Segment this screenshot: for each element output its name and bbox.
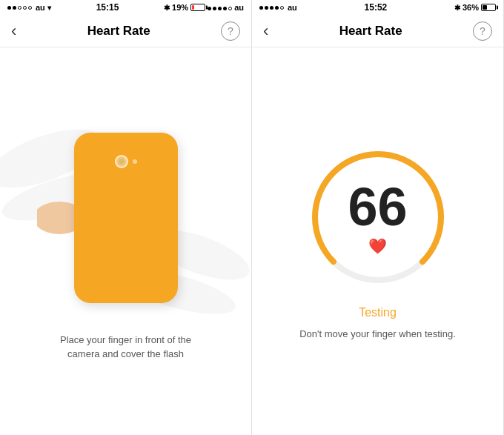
wifi-icon: ▾ xyxy=(47,4,51,12)
signal-dots xyxy=(7,6,32,10)
battery-right xyxy=(481,4,496,11)
dot4 xyxy=(23,6,27,10)
help-button-left[interactable]: ? xyxy=(221,21,240,41)
nav-bar-right: ‹ Heart Rate ? xyxy=(252,15,503,47)
hr-center-content: 66 ❤️‍ xyxy=(348,180,407,255)
battery-fill-left xyxy=(192,5,194,10)
dont-move-text: Don't move your finger when testing. xyxy=(299,328,456,339)
back-button-right[interactable]: ‹ xyxy=(263,23,268,39)
battery-fill-right xyxy=(483,5,487,10)
battery-percent-right: 36% xyxy=(462,3,479,12)
flash-dot xyxy=(133,159,137,164)
dot1 xyxy=(7,6,11,10)
screen-right: au 15:52 ✱ 36% ‹ Heart Rate ? xyxy=(252,0,504,435)
status-bar-right-right: ✱ 36% xyxy=(454,3,496,12)
rdot1 xyxy=(208,7,211,10)
content-left: Place your finger in front of the camera… xyxy=(0,47,251,435)
heart-icon: ❤️‍ xyxy=(368,237,387,255)
status-bar-right-left: au xyxy=(259,3,297,12)
phone-body xyxy=(74,133,178,303)
rdot-r1 xyxy=(259,6,263,10)
rdot-r4 xyxy=(275,6,279,10)
phone-illustration xyxy=(52,122,200,314)
rdot-r3 xyxy=(270,6,273,10)
help-button-right[interactable]: ? xyxy=(473,21,492,41)
status-bar-right-side: ✱ 19% au xyxy=(164,3,244,12)
rdot2 xyxy=(213,7,216,10)
instruction-text: Place your finger in front of the camera… xyxy=(44,333,208,362)
nav-bar-left: ‹ Heart Rate ? xyxy=(0,15,251,47)
rdot-r5 xyxy=(280,6,284,10)
battery-percent-left: 19% xyxy=(172,3,188,12)
phone-camera xyxy=(115,155,137,168)
battery-left xyxy=(190,4,205,11)
carrier-right2: au xyxy=(288,3,297,12)
rdot4 xyxy=(223,7,227,10)
dot5 xyxy=(28,6,32,10)
carrier-left: au xyxy=(36,3,45,12)
screen-left: au ▾ 15:15 ✱ 19% au ‹ Heart R xyxy=(0,0,252,435)
back-button-left[interactable]: ‹ xyxy=(11,23,16,39)
bluetooth-icon-left: ✱ xyxy=(164,4,170,12)
signal-dots-right xyxy=(259,6,284,10)
camera-lens-inner xyxy=(119,159,125,165)
status-bar-right: au 15:52 ✱ 36% xyxy=(252,0,503,15)
time-left: 15:15 xyxy=(96,2,119,13)
rdot3 xyxy=(218,7,222,10)
bluetooth-icon-right: ✱ xyxy=(454,4,460,12)
status-bar-left-side: au ▾ xyxy=(7,3,51,12)
time-right: 15:52 xyxy=(365,2,388,13)
dot3 xyxy=(18,6,21,10)
nav-title-right: Heart Rate xyxy=(339,24,402,39)
content-right: 66 ❤️‍ Testing Don't move your finger wh… xyxy=(252,47,503,435)
nav-title-left: Heart Rate xyxy=(87,24,150,39)
camera-lens xyxy=(115,155,128,168)
signal-right-dots xyxy=(208,3,232,12)
hr-number: 66 xyxy=(348,180,407,233)
rdot5 xyxy=(228,7,232,10)
testing-label: Testing xyxy=(359,306,397,319)
dot2 xyxy=(13,6,16,10)
hr-circle-wrapper: 66 ❤️‍ xyxy=(304,143,452,291)
status-bar-left: au ▾ 15:15 ✱ 19% au xyxy=(0,0,251,15)
carrier-right: au xyxy=(234,3,244,12)
rdot-r2 xyxy=(265,6,268,10)
